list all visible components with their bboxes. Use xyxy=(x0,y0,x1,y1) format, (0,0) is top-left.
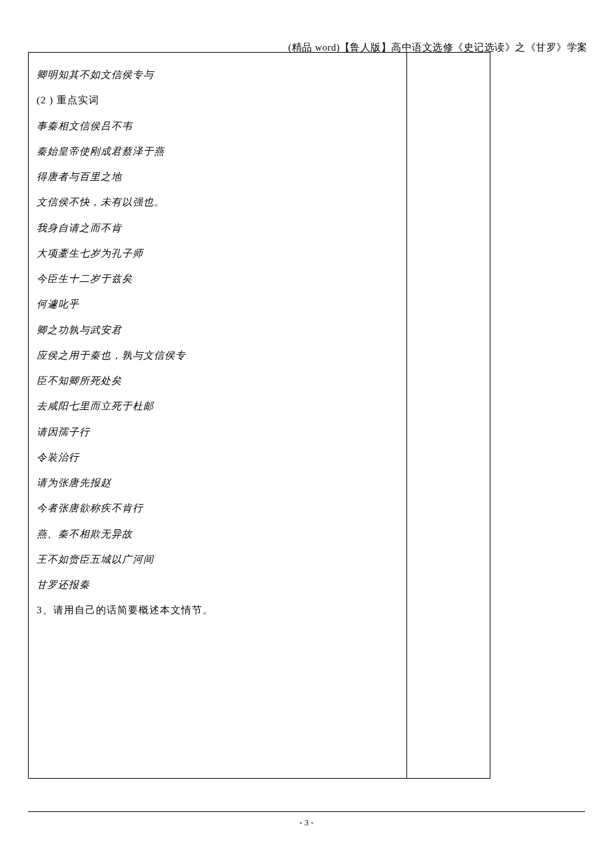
main-content-cell: 卿明知其不如文信侯专与 (2 ) 重点实词 事秦相文信侯吕不韦 秦始皇帝使刚成君… xyxy=(28,52,407,779)
content-line: 应侯之用于秦也，孰与文信侯专 xyxy=(37,343,400,368)
content-line: 请因孺子行 xyxy=(37,419,400,445)
footer-divider xyxy=(28,811,585,812)
content-line: 卿之功孰与武安君 xyxy=(37,317,400,343)
content-line: 我身自请之而不肯 xyxy=(37,215,400,241)
content-line: 燕、秦不相欺无异故 xyxy=(37,521,400,547)
content-line: 令装治行 xyxy=(37,445,400,470)
page-number: - 3 - xyxy=(0,817,613,828)
content-line: 今者张唐欲称疾不肯行 xyxy=(37,495,400,521)
content-line: 何遽叱乎 xyxy=(37,291,400,317)
content-line: 去咸阳七里而立死于杜邮 xyxy=(37,393,400,419)
content-line: 请为张唐先报赵 xyxy=(37,470,400,495)
content-table: 卿明知其不如文信侯专与 (2 ) 重点实词 事秦相文信侯吕不韦 秦始皇帝使刚成君… xyxy=(28,52,490,779)
content-line: 臣不知卿所死处矣 xyxy=(37,368,400,393)
content-line: 文信侯不快，未有以强也。 xyxy=(37,189,400,215)
content-line: 卿明知其不如文信侯专与 xyxy=(37,62,400,87)
content-line: 王不如赍臣五城以广河间 xyxy=(37,547,400,572)
content-line: (2 ) 重点实词 xyxy=(37,87,400,113)
content-line: 今臣生十二岁于兹矣 xyxy=(37,266,400,291)
content-line: 甘罗还报秦 xyxy=(37,572,400,597)
content-line: 3、请用自己的话简要概述本文情节。 xyxy=(37,597,400,623)
content-line: 得唐者与百里之地 xyxy=(37,164,400,189)
side-notes-cell xyxy=(407,52,490,779)
content-line: 大项橐生七岁为孔子师 xyxy=(37,241,400,266)
page-container: (精品 word)【鲁人版】高中语文选修《史记选读》之《甘罗》学案 卿明知其不如… xyxy=(0,0,613,868)
content-line: 秦始皇帝使刚成君蔡泽于燕 xyxy=(37,139,400,164)
content-line: 事秦相文信侯吕不韦 xyxy=(37,113,400,139)
